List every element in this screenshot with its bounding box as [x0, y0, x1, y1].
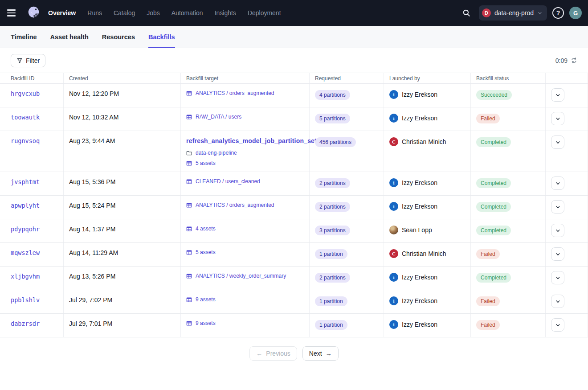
backfill-id-link[interactable]: pdypqohr [11, 226, 40, 233]
hamburger-menu-icon[interactable] [7, 5, 22, 21]
target-link[interactable]: CLEANED / users_cleaned [196, 178, 260, 185]
search-icon[interactable] [459, 6, 474, 20]
refresh-icon[interactable] [571, 57, 577, 64]
status-badge: Completed [476, 202, 511, 212]
requested-cell: 1 partition [310, 314, 384, 337]
tab-asset-health[interactable]: Asset health [50, 26, 89, 48]
deployment-switcher[interactable]: D data-eng-prod [479, 5, 547, 21]
backfill-id-link[interactable]: mqwszlew [11, 249, 40, 256]
nav-item-automation[interactable]: Automation [172, 9, 203, 16]
status-cell: Completed [471, 219, 546, 242]
backfill-id-link[interactable]: toowautk [11, 114, 40, 121]
target-link[interactable]: 9 assets [196, 320, 216, 326]
top-navigation: OverviewRunsCatalogJobsAutomationInsight… [0, 0, 588, 26]
chevron-down-icon [555, 299, 561, 304]
backfill-id-cell: rugnvsoq [0, 131, 64, 172]
target-link[interactable]: ANALYTICS / orders_augmented [196, 90, 274, 96]
status-cell: Failed [471, 290, 546, 313]
backfill-id-link[interactable]: rugnvsoq [11, 137, 40, 144]
row-actions-button[interactable] [551, 295, 564, 308]
chevron-down-icon [555, 116, 561, 122]
filter-button[interactable]: Filter [11, 54, 45, 67]
tab-resources[interactable]: Resources [102, 26, 135, 48]
target-link[interactable]: RAW_DATA / users [196, 114, 241, 120]
launcher-name: Christian Minich [402, 138, 446, 145]
status-cell: Failed [471, 314, 546, 337]
help-icon[interactable]: ? [552, 7, 564, 19]
requested-badge: 2 partitions [315, 273, 350, 283]
nav-item-jobs[interactable]: Jobs [147, 9, 160, 16]
created-cell: Aug 15, 5:24 PM [64, 196, 181, 219]
requested-cell: 3 partitions [310, 219, 384, 242]
nav-item-overview[interactable]: Overview [48, 9, 76, 16]
requested-cell: 2 partitions [310, 267, 384, 290]
backfill-id-cell: hrgvcxub [0, 84, 64, 107]
user-menu-avatar[interactable]: G [569, 7, 582, 19]
job-link[interactable]: refresh_analytics_model_job_partition_se… [186, 137, 317, 144]
actions-cell [546, 243, 588, 266]
asset-table-icon [186, 202, 192, 208]
nav-item-runs[interactable]: Runs [87, 9, 102, 16]
column-header: Backfill target [181, 73, 310, 83]
backfills-table: Backfill IDCreatedBackfill targetRequest… [0, 73, 588, 337]
status-badge: Completed [476, 273, 511, 283]
row-actions-button[interactable] [551, 271, 564, 284]
target-link[interactable]: ANALYTICS / weekly_order_summary [196, 273, 286, 279]
requested-badge: 2 partitions [315, 178, 350, 188]
target-link[interactable]: data-eng-pipeline [196, 150, 237, 156]
right-arrow-icon: → [326, 350, 332, 357]
launcher-avatar: i [389, 296, 398, 305]
launcher-avatar: i [389, 320, 398, 329]
launcher-avatar-photo [389, 226, 398, 234]
next-page-button[interactable]: Next → [302, 346, 339, 361]
backfill-id-link[interactable]: dabzrsdr [11, 320, 40, 327]
chevron-down-icon [555, 92, 561, 98]
status-badge: Succeeded [476, 90, 512, 100]
target-link[interactable]: 5 assets [196, 160, 216, 166]
row-actions-button[interactable] [551, 318, 564, 332]
target-link[interactable]: 4 assets [196, 226, 216, 232]
status-badge: Failed [476, 296, 500, 306]
tab-timeline[interactable]: Timeline [11, 26, 37, 48]
status-badge: Completed [476, 226, 511, 235]
target-link[interactable]: ANALYTICS / orders_augmented [196, 202, 274, 208]
nav-item-insights[interactable]: Insights [215, 9, 236, 16]
previous-page-button[interactable]: ← Previous [249, 346, 297, 361]
row-actions-button[interactable] [551, 200, 564, 213]
backfill-id-link[interactable]: xljbgvhm [11, 273, 40, 280]
left-arrow-icon: ← [256, 350, 262, 357]
nav-item-deployment[interactable]: Deployment [248, 9, 281, 16]
launched-by-cell: C Christian Minich [384, 131, 471, 172]
tab-backfills[interactable]: Backfills [148, 26, 175, 48]
row-actions-button[interactable] [551, 247, 564, 261]
created-cell: Aug 23, 9:44 AM [64, 131, 181, 172]
launcher-name: Izzy Erekson [402, 297, 437, 304]
table-row: toowautk Nov 12, 10:32 AM RAW_DATA / use… [0, 107, 588, 131]
backfill-target-cell: 4 assets [181, 219, 310, 242]
actions-cell [546, 290, 588, 313]
backfill-id-link[interactable]: ppblshlv [11, 296, 40, 304]
status-cell: Completed [471, 196, 546, 219]
backfill-id-cell: dabzrsdr [0, 314, 64, 337]
backfill-id-link[interactable]: hrgvcxub [11, 90, 40, 97]
row-actions-button[interactable] [551, 177, 564, 190]
row-actions-button[interactable] [551, 224, 564, 237]
created-cell: Jul 29, 7:02 PM [64, 290, 181, 313]
target-link[interactable]: 5 assets [196, 249, 216, 255]
backfill-id-link[interactable]: jvsphtmt [11, 178, 40, 185]
status-badge: Completed [476, 178, 511, 188]
status-cell: Failed [471, 107, 546, 131]
backfill-id-link[interactable]: apwplyht [11, 202, 40, 209]
requested-cell: 1 partition [310, 290, 384, 313]
target-link[interactable]: 9 assets [196, 296, 216, 303]
launcher-avatar: i [389, 114, 398, 123]
row-actions-button[interactable] [551, 88, 564, 102]
nav-item-catalog[interactable]: Catalog [114, 9, 135, 16]
actions-cell [546, 84, 588, 107]
asset-table-icon [186, 273, 192, 279]
actions-cell [546, 267, 588, 290]
row-actions-button[interactable] [551, 135, 564, 149]
launcher-avatar: i [389, 273, 398, 282]
asset-table-icon [186, 250, 192, 255]
row-actions-button[interactable] [551, 112, 564, 125]
